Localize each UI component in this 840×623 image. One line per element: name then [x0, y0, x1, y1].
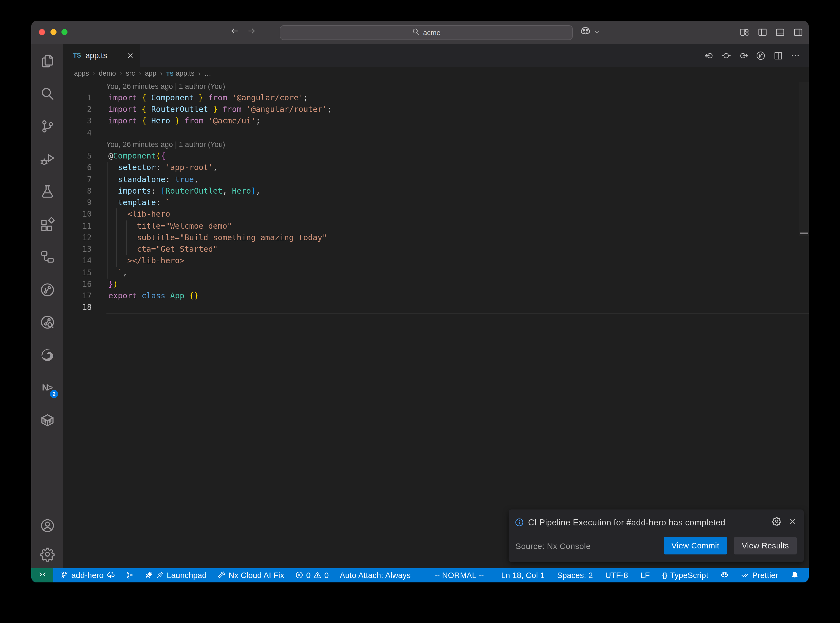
line-number: 8	[63, 186, 92, 197]
status-encoding[interactable]: UTF-8	[605, 571, 628, 580]
bell-icon	[791, 571, 799, 579]
status-auto-attach[interactable]: Auto Attach: Always	[340, 571, 411, 580]
status-eol[interactable]: LF	[640, 571, 650, 580]
code-line-16: 16})	[63, 279, 809, 290]
breadcrumb-item-src[interactable]: src	[126, 70, 135, 78]
layout-sidebar-right-icon[interactable]	[793, 28, 803, 37]
activity-item-testing[interactable]	[31, 175, 63, 208]
close-window-button[interactable]	[39, 29, 45, 35]
breadcrumb-item-[interactable]: …	[204, 70, 211, 78]
breadcrumb-separator: ›	[120, 70, 122, 78]
breadcrumb-item-app[interactable]: app	[145, 70, 157, 78]
status-branch[interactable]: add-hero	[60, 571, 115, 580]
line-number: 12	[63, 232, 92, 244]
activity-item-nx-project-graph[interactable]	[31, 273, 63, 306]
minimize-window-button[interactable]	[50, 29, 56, 35]
code-editor[interactable]: You, 26 minutes ago | 1 author (You)1imp…	[63, 80, 809, 568]
maximize-window-button[interactable]	[61, 29, 67, 35]
remote-indicator[interactable]	[31, 568, 53, 582]
info-icon	[514, 518, 524, 527]
history-back-button[interactable]	[230, 27, 239, 38]
status-language[interactable]: {}TypeScript	[662, 571, 708, 580]
status-indentation[interactable]: Spaces: 2	[557, 571, 593, 580]
status-vim-mode[interactable]: -- NORMAL --	[435, 571, 484, 580]
wrench-icon	[218, 571, 226, 579]
nav-back-circle-icon[interactable]	[704, 51, 714, 60]
line-number: 9	[63, 197, 92, 209]
tab-app-ts[interactable]: TS app.ts	[63, 44, 140, 67]
history-forward-button[interactable]	[247, 27, 256, 38]
line-number: 18	[63, 302, 92, 314]
code-line-6: 6 selector: 'app-root',	[63, 162, 809, 174]
command-center-search[interactable]: acme	[280, 25, 573, 40]
activity-item-explorer[interactable]	[31, 45, 63, 78]
status-label: -- NORMAL --	[435, 571, 484, 580]
breadcrumb-item-apps[interactable]: apps	[74, 70, 89, 78]
activity-item-settings[interactable]	[31, 540, 63, 568]
warning-triangle-icon	[313, 571, 321, 579]
activity-item-run-debug[interactable]	[31, 143, 63, 175]
git-blame-annotation: You, 26 minutes ago | 1 author (You)	[63, 80, 809, 92]
activity-item-nx-console[interactable]: N>2	[31, 371, 63, 404]
layout-sidebar-left-icon[interactable]	[757, 28, 767, 37]
activity-badge: 2	[50, 390, 58, 398]
activity-item-nx-graph-search[interactable]	[31, 306, 63, 339]
status-nx-cloud-fix[interactable]: Nx Cloud AI Fix	[218, 571, 284, 580]
git-graph-icon	[126, 571, 134, 579]
activity-item-source-control[interactable]	[31, 110, 63, 143]
notification-settings-icon[interactable]	[772, 517, 781, 528]
breadcrumb-item-demo[interactable]: demo	[99, 70, 116, 78]
line-number: 2	[63, 104, 92, 115]
line-number: 1	[63, 92, 92, 104]
layout-customize-icon[interactable]	[740, 28, 749, 37]
activity-bar: N>2	[31, 44, 63, 568]
breadcrumb-item-appts[interactable]: TSapp.ts	[166, 70, 195, 78]
status-problems[interactable]: 00	[295, 571, 329, 580]
line-number: 5	[63, 150, 92, 162]
code-line-3: 3import { Hero } from '@acme/ui';	[63, 115, 809, 127]
copilot-menu[interactable]	[580, 21, 600, 44]
status-cursor-position[interactable]: Ln 18, Col 1	[501, 571, 545, 580]
notification-button-view-commit[interactable]: View Commit	[663, 537, 727, 554]
nav-neutral-circle-icon[interactable]	[722, 51, 731, 60]
breadcrumb-separator: ›	[139, 70, 141, 78]
activity-item-containers[interactable]	[31, 404, 63, 437]
activity-item-project-details[interactable]	[31, 241, 63, 273]
screen: acme N>2 TS app.ts	[0, 0, 840, 623]
split-editor-icon[interactable]	[773, 51, 783, 60]
typescript-file-icon: TS	[73, 52, 81, 59]
nav-fwd-circle-icon[interactable]	[739, 51, 748, 60]
code-line-5: 5@Component({	[63, 150, 809, 162]
search-value: acme	[423, 28, 441, 37]
status-label: LF	[640, 571, 650, 580]
remote-icon	[38, 570, 46, 580]
status-launchpad[interactable]: Launchpad	[145, 571, 207, 580]
activity-item-extensions[interactable]	[31, 208, 63, 241]
status-formatter[interactable]: Prettier	[741, 571, 778, 580]
breadcrumb-separator: ›	[160, 70, 163, 78]
status-copilot[interactable]	[721, 571, 729, 579]
ellipsis-icon[interactable]	[791, 51, 800, 60]
code-line-17: 17export class App {}	[63, 290, 809, 302]
status-label: Prettier	[752, 571, 778, 580]
nx-ring-branch-icon[interactable]	[756, 51, 765, 60]
status-git-graph[interactable]	[126, 571, 134, 579]
editor-scrollbar[interactable]	[799, 82, 809, 236]
status-notifications[interactable]	[791, 571, 799, 579]
indent-guide-0	[107, 162, 107, 279]
indent-guide-2	[126, 220, 126, 255]
line-number: 4	[63, 127, 92, 139]
code-line-12: 12 subtitle="Build something amazing tod…	[63, 232, 809, 244]
tab-label: app.ts	[85, 51, 107, 60]
status-label: add-hero	[71, 571, 104, 580]
line-number: 3	[63, 115, 92, 127]
notification-button-view-results[interactable]: View Results	[734, 537, 797, 554]
activity-item-edge-devtools[interactable]	[31, 339, 63, 371]
layout-panel-icon[interactable]	[775, 28, 785, 37]
close-tab-icon[interactable]	[126, 51, 134, 60]
overview-ruler-cursor-mark	[800, 233, 808, 234]
activity-item-search[interactable]	[31, 78, 63, 110]
code-line-13: 13 cta="Get Started"	[63, 244, 809, 255]
notification-close-icon[interactable]	[788, 517, 797, 528]
activity-item-accounts[interactable]	[31, 511, 63, 540]
